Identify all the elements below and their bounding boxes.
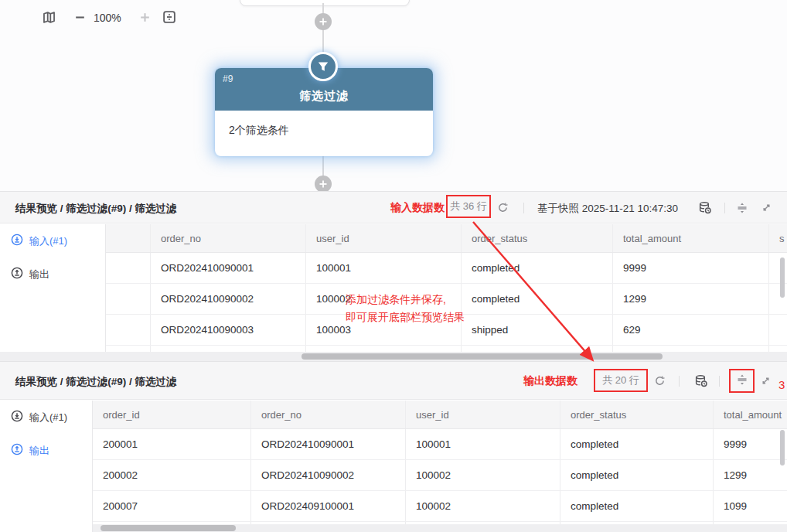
table-cell: ORD202410090003 bbox=[151, 315, 306, 345]
sidebar-item-label: 输入(#1) bbox=[29, 411, 67, 425]
table-cell: 9999 bbox=[613, 253, 769, 283]
result-preview-panel-1-header: 结果预览 / 筛选过滤(#9) / 筛选过滤 输入数据数 共 36 行 基于快照… bbox=[0, 191, 787, 223]
table-cell: 100002 bbox=[306, 284, 462, 314]
table-cell bbox=[106, 346, 151, 352]
node-title: 筛选过滤 bbox=[215, 89, 433, 104]
zoom-out-icon[interactable] bbox=[73, 11, 87, 27]
table-header-row: order_nouser_idorder_statustotal_amounts bbox=[106, 224, 787, 253]
sidebar-item-output[interactable]: 输出 bbox=[0, 257, 105, 291]
table-cell: shipped bbox=[462, 315, 613, 345]
divider bbox=[724, 203, 725, 213]
refresh-icon[interactable] bbox=[654, 375, 666, 390]
zoom-level: 100% bbox=[94, 12, 121, 24]
output-row-count: 共 20 行 bbox=[594, 369, 648, 392]
table-row bbox=[106, 346, 787, 352]
refresh-icon[interactable] bbox=[497, 202, 509, 217]
sidebar-item-output[interactable]: 输出 bbox=[0, 434, 92, 467]
node-subtitle: 2个筛选条件 bbox=[215, 111, 433, 156]
minimap-icon[interactable] bbox=[42, 10, 56, 28]
table-header-row: order_idorder_nouser_idorder_statustotal… bbox=[93, 401, 787, 429]
table-row: 200007ORD202409100001100002completed1099 bbox=[93, 491, 787, 522]
column-header: total_amount bbox=[714, 401, 787, 428]
zoom-in-icon[interactable] bbox=[138, 11, 152, 27]
table-cell bbox=[151, 346, 306, 352]
table-cell: 100001 bbox=[306, 253, 462, 283]
snapshot-timestamp: 基于快照 2025-11-21 10:47:30 bbox=[537, 202, 678, 216]
result-preview-panel-2-header: 结果预览 / 筛选过滤(#9) / 筛选过滤 输出数据数 共 20 行 bbox=[0, 361, 787, 400]
column-header bbox=[106, 224, 151, 252]
table-row: ORD202410090001100001completed9999 bbox=[106, 253, 787, 284]
sidebar-item-input[interactable]: 输入(#1) bbox=[0, 224, 105, 257]
v-scrollbar-thumb[interactable] bbox=[780, 257, 785, 298]
table-cell: 1099 bbox=[714, 491, 787, 521]
v-scrollbar-thumb[interactable] bbox=[780, 430, 785, 466]
divider bbox=[719, 376, 720, 387]
sidebar-item-input[interactable]: 输入(#1) bbox=[0, 401, 92, 434]
table-cell: completed bbox=[560, 429, 714, 459]
table-cell: 100003 bbox=[306, 315, 462, 345]
preview-io-sidebar-2: 输入(#1) 输出 bbox=[0, 401, 93, 532]
output-icon bbox=[11, 443, 23, 458]
sidebar-item-label: 输入(#1) bbox=[29, 234, 67, 248]
app-window: 100% #9 筛选过滤 2个筛选条件 bbox=[0, 0, 787, 532]
sidebar-item-label: 输出 bbox=[29, 444, 49, 458]
add-node-button-bottom[interactable] bbox=[315, 176, 332, 193]
output-icon bbox=[11, 267, 23, 281]
add-node-button-top[interactable] bbox=[315, 13, 332, 30]
column-header: order_id bbox=[93, 401, 251, 428]
table-cell: 200007 bbox=[93, 491, 251, 521]
snapshot-database-icon[interactable] bbox=[698, 201, 711, 217]
table-row: ORD202410090003100003shipped629 bbox=[106, 315, 787, 346]
column-header: order_status bbox=[560, 401, 714, 428]
fit-view-icon[interactable] bbox=[162, 9, 177, 28]
table-cell: ORD202409100001 bbox=[251, 491, 406, 521]
input-icon bbox=[11, 234, 23, 248]
table-cell bbox=[613, 346, 769, 352]
column-header: s bbox=[769, 224, 787, 252]
input-preview-table: order_nouser_idorder_statustotal_amounts… bbox=[106, 224, 787, 352]
snapshot-database-icon[interactable] bbox=[694, 374, 707, 390]
panel-resize-icon[interactable] bbox=[736, 373, 748, 389]
table-cell: 100002 bbox=[406, 460, 560, 490]
column-header: order_no bbox=[251, 401, 406, 428]
panel-resize-icon[interactable] bbox=[736, 202, 748, 217]
h-scrollbar-thumb[interactable] bbox=[101, 525, 236, 531]
column-header: order_no bbox=[151, 224, 306, 252]
table-cell bbox=[306, 346, 462, 352]
table-cell: ORD202410090002 bbox=[251, 460, 406, 490]
table-cell: 200002 bbox=[93, 460, 251, 490]
table-row: 200002ORD202410090002100002completed1299 bbox=[93, 460, 787, 491]
preview-io-sidebar-1: 输入(#1) 输出 bbox=[0, 224, 106, 352]
table-cell: ORD202410090001 bbox=[251, 429, 406, 459]
filter-node[interactable]: #9 筛选过滤 2个筛选条件 bbox=[215, 68, 433, 156]
table-cell bbox=[769, 315, 787, 345]
flow-canvas[interactable]: 100% #9 筛选过滤 2个筛选条件 bbox=[0, 0, 787, 191]
expand-panel-icon[interactable] bbox=[761, 202, 772, 217]
upstream-node-partial[interactable] bbox=[240, 0, 410, 6]
h-scrollbar-thumb[interactable] bbox=[302, 353, 663, 360]
divider bbox=[523, 203, 524, 213]
table-cell: ORD202410090002 bbox=[151, 284, 306, 314]
table-cell bbox=[462, 346, 613, 352]
table-cell: 200001 bbox=[93, 429, 251, 459]
table-cell: completed bbox=[560, 491, 714, 521]
table-cell: 100001 bbox=[406, 429, 560, 459]
table-cell: completed bbox=[462, 253, 613, 283]
table-cell: completed bbox=[462, 284, 613, 314]
input-icon bbox=[11, 410, 23, 425]
output-count-annotation-label: 输出数据数 bbox=[523, 374, 577, 388]
expand-panel-icon[interactable] bbox=[760, 375, 772, 390]
input-count-annotation-label: 输入数据数 bbox=[390, 201, 445, 215]
table-row: 200001ORD202410090001100001completed9999 bbox=[93, 429, 787, 460]
column-header: order_status bbox=[462, 224, 613, 252]
annotation-box-resize-icon bbox=[729, 369, 755, 393]
table-cell: ORD202410090001 bbox=[151, 253, 306, 283]
sidebar-item-label: 输出 bbox=[29, 268, 49, 281]
table-cell bbox=[106, 315, 151, 345]
column-header: user_id bbox=[406, 401, 560, 428]
output-preview-table: order_idorder_nouser_idorder_statustotal… bbox=[93, 401, 787, 532]
table-cell: 629 bbox=[613, 315, 769, 345]
table-cell: 100002 bbox=[406, 491, 560, 521]
column-header: user_id bbox=[306, 224, 462, 252]
table-row: ORD202410090002100002completed1299 bbox=[106, 284, 787, 315]
